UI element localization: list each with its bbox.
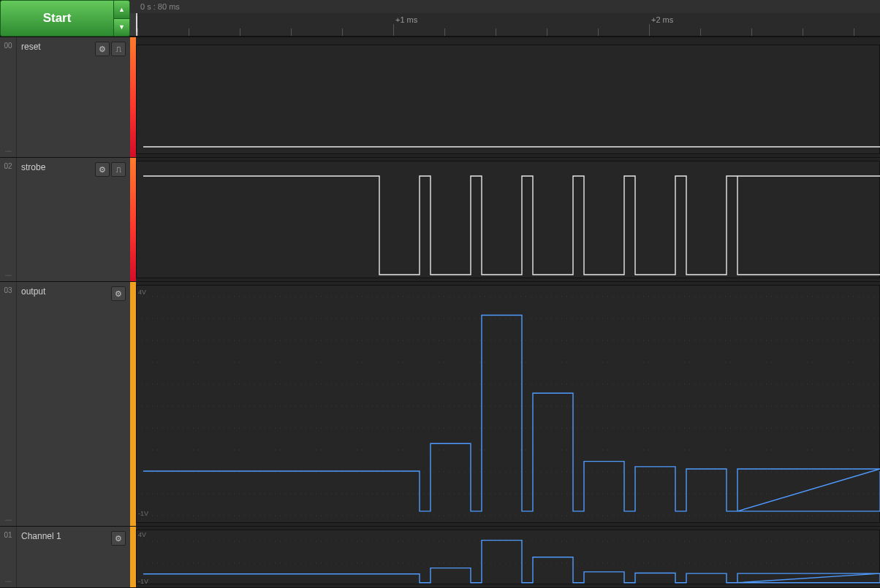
drag-grip-icon[interactable]: ┅┅ <box>5 150 11 154</box>
start-button[interactable]: Start <box>0 0 114 37</box>
channel-name: strobe <box>21 162 45 172</box>
trigger-icon[interactable]: ⎍ <box>111 162 126 177</box>
gear-icon[interactable]: ⚙ <box>111 531 126 546</box>
waveform-path <box>143 541 880 583</box>
waveform-area-strobe[interactable] <box>136 158 880 281</box>
channel-name: reset <box>21 42 41 52</box>
channel-label-ch1[interactable]: Channel 1⚙ <box>16 527 130 587</box>
ruler-tick-label: +1 ms <box>395 15 417 24</box>
start-arrow-group: ▲ ▼ <box>114 0 130 37</box>
ruler-tick <box>854 28 854 36</box>
channel-color-marker <box>130 37 136 157</box>
channel-label-strobe[interactable]: strobe⚙⎍ <box>16 158 130 281</box>
channel-row-output: 03┅┅output⚙4V-1V <box>0 281 880 526</box>
channel-row-reset: 00┅┅reset⚙⎍ <box>0 37 880 157</box>
ruler-tick <box>444 28 445 36</box>
ruler-tick <box>700 28 701 36</box>
ruler-tick: +1 ms <box>393 24 394 36</box>
arrow-down-button[interactable]: ▼ <box>114 18 130 37</box>
waveform-area-reset[interactable] <box>136 37 880 157</box>
drag-grip-icon[interactable]: ┅┅ <box>5 274 11 278</box>
channel-index: 03┅┅ <box>0 282 16 526</box>
drag-grip-icon[interactable]: ┅┅ <box>5 580 11 584</box>
ruler-tick <box>598 28 599 36</box>
ruler-tick: +2 ms <box>649 24 650 36</box>
channel-name: Channel 1 <box>21 531 61 541</box>
channel-index: 00┅┅ <box>0 37 16 157</box>
time-position-label: 0 s : 80 ms <box>130 0 880 13</box>
ruler-tick <box>751 28 752 36</box>
ruler-tick <box>803 28 803 36</box>
channel-index: 01┅┅ <box>0 527 16 587</box>
timeline-cursor-handle[interactable] <box>130 13 137 36</box>
ruler-tick <box>240 28 240 36</box>
arrow-up-button[interactable]: ▲ <box>114 0 130 18</box>
waveform-path <box>143 316 880 511</box>
gear-icon[interactable]: ⚙ <box>111 286 126 301</box>
channel-color-marker <box>130 282 136 526</box>
channel-label-reset[interactable]: reset⚙⎍ <box>16 37 130 157</box>
ruler-tick <box>291 28 292 36</box>
waveform-area-ch1[interactable]: 4V-1V <box>136 527 880 587</box>
ruler-tick-label: +2 ms <box>651 15 673 24</box>
gear-icon[interactable]: ⚙ <box>95 42 110 56</box>
channel-row-strobe: 02┅┅strobe⚙⎍ <box>0 157 880 281</box>
trigger-icon[interactable]: ⎍ <box>111 42 126 56</box>
channel-index: 02┅┅ <box>0 158 16 281</box>
waveform-area-output[interactable]: 4V-1V <box>136 282 880 526</box>
ruler-tick <box>137 28 138 36</box>
ruler-tick <box>496 28 496 36</box>
drag-grip-icon[interactable]: ┅┅ <box>5 519 11 523</box>
gear-icon[interactable]: ⚙ <box>95 162 110 177</box>
channel-color-marker <box>130 158 136 281</box>
timeline-ruler[interactable]: +1 ms+2 ms <box>130 13 880 37</box>
channel-label-output[interactable]: output⚙ <box>16 282 130 526</box>
channel-row-ch1: 01┅┅Channel 1⚙4V-1V <box>0 526 880 588</box>
channel-rows: 00┅┅reset⚙⎍02┅┅strobe⚙⎍03┅┅output⚙4V-1V0… <box>0 37 880 588</box>
ruler-tick <box>547 28 547 36</box>
waveform-path <box>143 176 880 275</box>
ruler-tick <box>342 28 343 36</box>
ruler-tick <box>189 28 189 36</box>
channel-name: output <box>21 286 45 297</box>
channel-color-marker <box>130 527 136 587</box>
